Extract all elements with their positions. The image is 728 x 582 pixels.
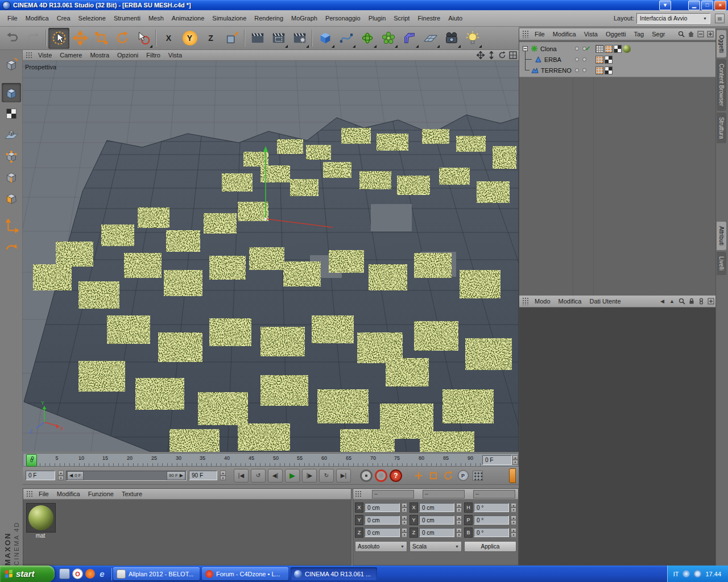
rot-h-field[interactable]: 0 ° (474, 503, 509, 512)
make-editable-button[interactable] (2, 55, 21, 74)
timeline-ruler[interactable]: 0 0 5 10 15 20 25 30 35 40 45 50 55 60 6… (23, 453, 519, 467)
plus-box-icon[interactable] (706, 30, 714, 39)
mat-menu-funzione[interactable]: Funzione (84, 489, 118, 498)
chain-icon[interactable] (697, 297, 705, 306)
object-row-terreno[interactable]: TERRENO (519, 65, 716, 76)
goto-start-button[interactable]: |◀ (234, 469, 249, 483)
axis-y-lock-button[interactable]: Y (179, 28, 200, 49)
menu-mesh[interactable]: Mesh (144, 14, 168, 23)
goto-end-button[interactable]: ▶| (336, 469, 351, 483)
move-button[interactable] (69, 28, 90, 49)
pos-x-field[interactable]: 0 cm (365, 503, 400, 512)
home-icon[interactable] (686, 30, 695, 39)
menu-personaggio[interactable]: Personaggio (321, 14, 365, 23)
tab-oggetti[interactable]: Oggetti (717, 30, 726, 57)
end-frame-field[interactable]: 90 F (189, 471, 217, 480)
tab-content-browser[interactable]: Content Browser (717, 59, 726, 110)
toggle-view-icon[interactable] (508, 51, 518, 59)
scale-x-field[interactable]: 0 cm (419, 503, 454, 512)
rot-h-stepper[interactable]: ▲▼ (511, 503, 516, 513)
lock-icon[interactable] (687, 297, 696, 306)
plus-box-icon[interactable] (706, 297, 715, 306)
scale-button[interactable] (90, 28, 111, 49)
panel-grip[interactable] (522, 297, 529, 305)
last-tool-button[interactable] (133, 28, 154, 49)
search-icon[interactable] (677, 297, 686, 306)
rotate-button[interactable] (111, 28, 133, 49)
record-pla-toggle[interactable] (471, 469, 484, 482)
clipped-toolbar-icon[interactable] (509, 468, 516, 483)
deformer-button[interactable] (399, 28, 420, 49)
am-menu-modo[interactable]: Modo (531, 297, 555, 306)
environment-button[interactable] (420, 28, 441, 49)
texture-tag-icon[interactable] (605, 66, 613, 74)
menu-selezione[interactable]: Selezione (75, 14, 110, 23)
vp-menu-mostra[interactable]: Mostra (86, 51, 113, 60)
show-desktop-icon[interactable] (59, 568, 70, 579)
tab-attributi[interactable]: Attributi (717, 222, 726, 250)
range-start-handle[interactable]: ◀ 0 F (67, 471, 84, 480)
viewport-canvas[interactable]: Y X Z (23, 61, 519, 452)
visibility-dots[interactable] (575, 57, 586, 61)
menu-finestre[interactable]: Finestre (413, 14, 444, 23)
vp-menu-filtro[interactable]: Filtro (142, 51, 164, 60)
menu-simulazione[interactable]: Simulazione (208, 14, 250, 23)
current-frame-stepper[interactable]: ▲▼ (58, 471, 64, 480)
internet-explorer-icon[interactable]: e (97, 569, 107, 579)
language-indicator[interactable]: IT (673, 571, 679, 577)
scale-x-stepper[interactable]: ▲▼ (456, 503, 462, 513)
layout-dropdown[interactable]: Interfaccia di Avvio ▼ (636, 13, 710, 24)
scale-z-stepper[interactable]: ▲▼ (456, 528, 462, 538)
record-keyframe-button[interactable] (360, 469, 373, 482)
window-menu-button[interactable]: ▼ (659, 1, 671, 10)
object-name[interactable]: TERRENO (541, 67, 572, 74)
arrow-up-icon[interactable]: ▲ (668, 297, 676, 306)
camera-button[interactable] (441, 28, 462, 49)
rotate-view-icon[interactable] (498, 51, 507, 59)
pos-z-stepper[interactable]: ▲▼ (402, 528, 407, 538)
am-menu-dati-utente[interactable]: Dati Utente (586, 297, 625, 306)
tab-livelli[interactable]: Livelli (717, 252, 726, 275)
scale-y-field[interactable]: 0 cm (419, 516, 454, 525)
phong-tag-icon[interactable] (595, 66, 603, 74)
menu-modifica[interactable]: Modifica (22, 14, 53, 23)
preview-range-slider[interactable]: ◀ 0 F 90 F ▶ (66, 471, 187, 481)
menu-rendering[interactable]: Rendering (250, 14, 287, 23)
vp-menu-viste[interactable]: Viste (34, 51, 56, 60)
panel-grip[interactable] (355, 490, 362, 497)
tray-network-icon[interactable] (694, 570, 701, 577)
vp-menu-camere[interactable]: Camere (56, 51, 86, 60)
tray-update-icon[interactable] (682, 570, 690, 577)
menu-aiuto[interactable]: Aiuto (444, 14, 466, 23)
menu-plugin[interactable]: Plugin (365, 14, 390, 23)
menu-animazione[interactable]: Animazione (168, 14, 208, 23)
texture-mode-button[interactable] (2, 104, 21, 123)
record-rotation-toggle[interactable] (442, 469, 454, 482)
search-icon[interactable] (677, 30, 685, 39)
generators-button[interactable] (357, 28, 378, 49)
panel-grip[interactable] (26, 52, 32, 59)
pos-x-stepper[interactable]: ▲▼ (402, 503, 407, 513)
object-name[interactable]: ERBA (544, 56, 561, 63)
object-row-erba[interactable]: ERBA (519, 54, 716, 65)
visibility-dots[interactable] (575, 68, 586, 72)
coordinate-mode-dropdown[interactable]: Assoluto▼ (355, 541, 407, 552)
scale-z-field[interactable]: 0 cm (419, 528, 454, 537)
vp-menu-opzioni[interactable]: Opzioni (113, 51, 142, 60)
light-button[interactable] (462, 28, 483, 49)
start-button[interactable]: start (0, 566, 55, 582)
vp-menu-vista[interactable]: Vista (164, 51, 186, 60)
menu-file[interactable]: File (3, 14, 22, 23)
display-tag-icon[interactable] (595, 45, 603, 53)
maximize-button[interactable]: □ (701, 1, 713, 10)
history-back-icon[interactable]: ◀ (658, 297, 667, 306)
phong-tag-icon[interactable] (605, 45, 613, 53)
zoom-view-icon[interactable] (487, 51, 496, 59)
material-name[interactable]: mat (26, 533, 55, 539)
panel-grip[interactable] (26, 490, 33, 497)
om-menu-tag[interactable]: Tag (630, 30, 648, 39)
am-menu-modifica[interactable]: Modifica (555, 297, 586, 306)
om-menu-modifica[interactable]: Modifica (549, 30, 580, 39)
mat-menu-texture[interactable]: Texture (118, 489, 146, 498)
scale-mode-dropdown[interactable]: Scala▼ (410, 541, 462, 552)
